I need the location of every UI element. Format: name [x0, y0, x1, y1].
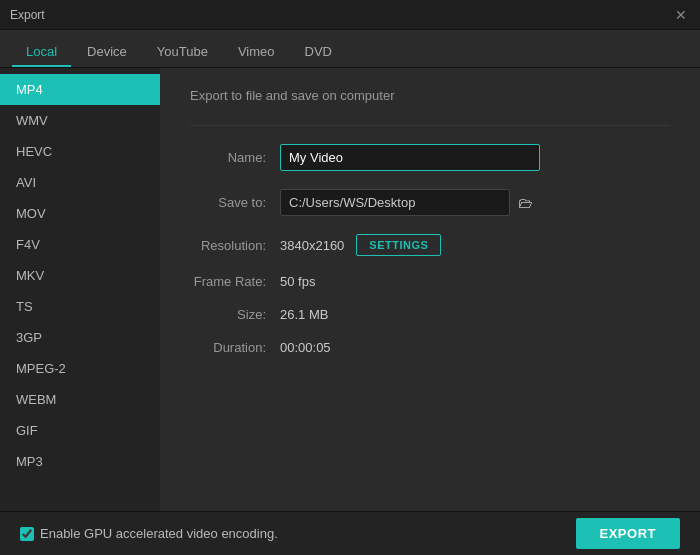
sidebar-item-ts[interactable]: TS: [0, 291, 160, 322]
tab-local[interactable]: Local: [12, 38, 71, 67]
right-panel: Export to file and save on computer Name…: [160, 68, 700, 511]
sidebar-item-gif[interactable]: GIF: [0, 415, 160, 446]
sidebar-item-mov[interactable]: MOV: [0, 198, 160, 229]
title-bar: Export ✕: [0, 0, 700, 30]
resolution-row: Resolution: 3840x2160 SETTINGS: [190, 234, 670, 256]
frame-rate-value: 50 fps: [280, 274, 315, 289]
save-to-row: Save to: 🗁: [190, 189, 670, 216]
gpu-label[interactable]: Enable GPU accelerated video encoding.: [40, 526, 278, 541]
sidebar-item-mp3[interactable]: MP3: [0, 446, 160, 477]
tab-youtube[interactable]: YouTube: [143, 38, 222, 67]
duration-value: 00:00:05: [280, 340, 331, 355]
sidebar-item-mp4[interactable]: MP4: [0, 74, 160, 105]
tab-device[interactable]: Device: [73, 38, 141, 67]
sidebar-item-avi[interactable]: AVI: [0, 167, 160, 198]
sidebar-item-mpeg2[interactable]: MPEG-2: [0, 353, 160, 384]
sidebar-item-f4v[interactable]: F4V: [0, 229, 160, 260]
size-row: Size: 26.1 MB: [190, 307, 670, 322]
resolution-label: Resolution:: [190, 238, 280, 253]
name-input[interactable]: [280, 144, 540, 171]
sidebar-item-mkv[interactable]: MKV: [0, 260, 160, 291]
panel-title: Export to file and save on computer: [190, 88, 670, 103]
save-to-input-area: 🗁: [280, 189, 533, 216]
sidebar-item-hevc[interactable]: HEVC: [0, 136, 160, 167]
sidebar-item-wmv[interactable]: WMV: [0, 105, 160, 136]
main-content: MP4WMVHEVCAVIMOVF4VMKVTS3GPMPEG-2WEBMGIF…: [0, 68, 700, 511]
sidebar-item-3gp[interactable]: 3GP: [0, 322, 160, 353]
size-value: 26.1 MB: [280, 307, 328, 322]
size-label: Size:: [190, 307, 280, 322]
save-to-label: Save to:: [190, 195, 280, 210]
settings-button[interactable]: SETTINGS: [356, 234, 441, 256]
gpu-checkbox[interactable]: [20, 527, 34, 541]
sidebar-item-webm[interactable]: WEBM: [0, 384, 160, 415]
close-button[interactable]: ✕: [672, 6, 690, 24]
save-to-input[interactable]: [280, 189, 510, 216]
duration-label: Duration:: [190, 340, 280, 355]
window-title: Export: [10, 8, 45, 22]
export-button[interactable]: EXPORT: [576, 518, 680, 549]
frame-rate-row: Frame Rate: 50 fps: [190, 274, 670, 289]
panel-divider: [190, 125, 670, 126]
folder-icon[interactable]: 🗁: [518, 194, 533, 211]
tab-bar: LocalDeviceYouTubeVimeoDVD: [0, 30, 700, 68]
name-label: Name:: [190, 150, 280, 165]
frame-rate-label: Frame Rate:: [190, 274, 280, 289]
name-row: Name:: [190, 144, 670, 171]
duration-row: Duration: 00:00:05: [190, 340, 670, 355]
gpu-checkbox-area: Enable GPU accelerated video encoding.: [20, 526, 278, 541]
resolution-value: 3840x2160: [280, 238, 344, 253]
tab-vimeo[interactable]: Vimeo: [224, 38, 289, 67]
bottom-bar: Enable GPU accelerated video encoding. E…: [0, 511, 700, 555]
resolution-area: 3840x2160 SETTINGS: [280, 234, 441, 256]
tab-dvd[interactable]: DVD: [291, 38, 346, 67]
sidebar: MP4WMVHEVCAVIMOVF4VMKVTS3GPMPEG-2WEBMGIF…: [0, 68, 160, 511]
